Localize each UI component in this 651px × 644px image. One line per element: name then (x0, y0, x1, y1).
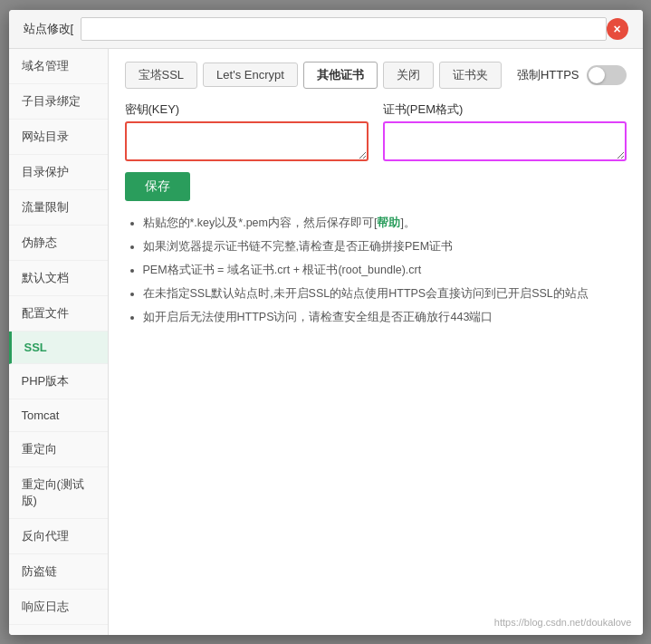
sidebar-item-php[interactable]: PHP版本 (9, 364, 108, 399)
tip-5-text: 如开启后无法使用HTTPS访问，请检查安全组是否正确放行443端口 (143, 311, 493, 323)
key-label: 密钥(KEY) (125, 101, 369, 118)
sidebar-item-config[interactable]: 配置文件 (9, 296, 108, 332)
sidebar-item-sitedir[interactable]: 网站目录 (9, 120, 108, 155)
cert-label: 证书(PEM格式) (383, 101, 627, 118)
modal-body: 域名管理 子目录绑定 网站目录 目录保护 流量限制 伪静态 默认文档 配置文件 … (9, 49, 643, 635)
sidebar-item-domain[interactable]: 域名管理 (9, 49, 108, 84)
tab-lets-encrypt[interactable]: Let's Encrypt (203, 62, 298, 87)
sidebar-item-proxy[interactable]: 反向代理 (9, 519, 108, 554)
tab-baota-ssl[interactable]: 宝塔SSL (125, 62, 198, 89)
tab-cert-folder[interactable]: 证书夹 (439, 62, 502, 89)
tip-1-suffix: ]。 (400, 216, 415, 229)
cert-textarea[interactable] (383, 121, 627, 161)
modal-overlay: 站点修改[ × 域名管理 子目录绑定 网站目录 目录保护 流量限制 伪静态 默认… (0, 0, 651, 644)
https-toggle-label: 强制HTTPS (517, 67, 579, 83)
sidebar: 域名管理 子目录绑定 网站目录 目录保护 流量限制 伪静态 默认文档 配置文件 … (9, 49, 109, 635)
sidebar-item-redirect[interactable]: 重定向 (9, 432, 108, 467)
sidebar-item-log[interactable]: 响应日志 (9, 590, 108, 625)
modal-title-bar: 站点修改[ (24, 17, 607, 41)
modal-title-input[interactable] (81, 17, 606, 41)
sidebar-item-tomcat[interactable]: Tomcat (9, 399, 108, 432)
tips-list: 粘贴您的*.key以及*.pem内容，然后保存即可[帮助]。 如果浏览器提示证书… (125, 214, 627, 326)
key-form-group: 密钥(KEY) (125, 101, 369, 161)
tabs-row: 宝塔SSL Let's Encrypt 其他证书 关闭 证书夹 强制HTTPS (125, 62, 627, 89)
https-toggle-switch[interactable] (587, 65, 627, 85)
form-row: 密钥(KEY) 证书(PEM格式) (125, 101, 627, 161)
tab-other-cert[interactable]: 其他证书 (303, 62, 378, 89)
sidebar-item-rewrite[interactable]: 伪静态 (9, 226, 108, 261)
main-content: 宝塔SSL Let's Encrypt 其他证书 关闭 证书夹 强制HTTPS (109, 49, 643, 635)
tip-item-1: 粘贴您的*.key以及*.pem内容，然后保存即可[帮助]。 (143, 214, 627, 232)
sidebar-item-traffic[interactable]: 流量限制 (9, 190, 108, 226)
cert-form-group: 证书(PEM格式) (383, 101, 627, 161)
sidebar-item-hotlink[interactable]: 防盗链 (9, 554, 108, 590)
tip-2-text: 如果浏览器提示证书链不完整,请检查是否正确拼接PEM证书 (143, 240, 454, 253)
sidebar-item-subdir[interactable]: 子目录绑定 (9, 84, 108, 120)
tab-close[interactable]: 关闭 (383, 62, 434, 89)
modal: 站点修改[ × 域名管理 子目录绑定 网站目录 目录保护 流量限制 伪静态 默认… (9, 10, 643, 635)
modal-header: 站点修改[ × (9, 10, 643, 49)
tip-item-4: 在未指定SSL默认站点时,未开启SSL的站点使用HTTPS会直接访问到已开启SS… (143, 284, 627, 303)
sidebar-item-defaultdoc[interactable]: 默认文档 (9, 261, 108, 296)
https-toggle-group: 强制HTTPS (517, 65, 627, 85)
tip-4-text: 在未指定SSL默认站点时,未开启SSL的站点使用HTTPS会直接访问到已开启SS… (143, 287, 589, 300)
tip-item-5: 如开启后无法使用HTTPS访问，请检查安全组是否正确放行443端口 (143, 308, 627, 326)
tip-3-text: PEM格式证书 = 域名证书.crt + 根证书(root_bundle).cr… (143, 264, 422, 276)
help-link[interactable]: 帮助 (377, 216, 400, 229)
toggle-knob (589, 67, 605, 83)
tip-item-2: 如果浏览器提示证书链不完整,请检查是否正确拼接PEM证书 (143, 237, 627, 255)
sidebar-item-ssl[interactable]: SSL (9, 332, 108, 364)
modal-title-label: 站点修改[ (24, 21, 74, 37)
tip-item-3: PEM格式证书 = 域名证书.crt + 根证书(root_bundle).cr… (143, 261, 627, 279)
sidebar-item-dirprotect[interactable]: 目录保护 (9, 155, 108, 190)
key-textarea[interactable] (125, 121, 369, 161)
save-button[interactable]: 保存 (125, 172, 190, 201)
sidebar-item-redirect-test[interactable]: 重定向(测试版) (9, 467, 108, 519)
tip-1-text: 粘贴您的*.key以及*.pem内容，然后保存即可[ (143, 216, 378, 229)
close-button[interactable]: × (607, 18, 628, 40)
watermark: https://blog.csdn.net/doukalove (494, 617, 632, 628)
